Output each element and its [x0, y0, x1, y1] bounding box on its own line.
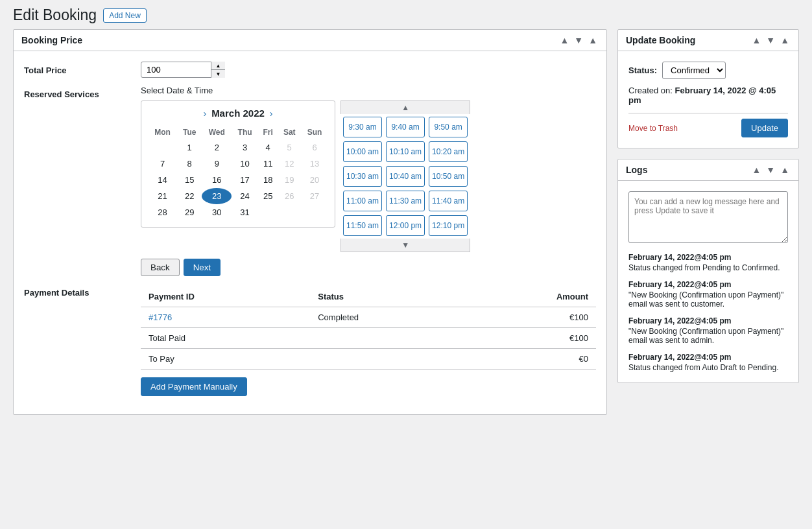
calendar-day[interactable]: 8 — [177, 156, 202, 172]
calendar-day[interactable]: 11 — [258, 156, 278, 172]
cal-day-header: Fri — [258, 125, 278, 139]
calendar-day[interactable]: 14 — [148, 172, 177, 188]
side-actions: Move to Trash Update — [628, 113, 788, 137]
log-entries: February 14, 2022@4:05 pm Status changed… — [628, 253, 788, 372]
time-slot[interactable]: 10:30 am — [343, 166, 382, 187]
calendar-day: 20 — [301, 172, 328, 188]
time-slot[interactable]: 9:30 am — [343, 117, 382, 137]
time-slot[interactable]: 10:10 am — [386, 141, 425, 162]
payment-id[interactable]: #1776 — [141, 307, 310, 328]
next-button[interactable]: Next — [184, 259, 221, 276]
logs-collapse-up[interactable]: ▲ — [750, 165, 762, 175]
time-slot[interactable]: 12:00 pm — [386, 215, 425, 236]
date-time-label: Select Date & Time — [141, 86, 596, 95]
update-collapse-up[interactable]: ▲ — [750, 35, 762, 45]
table-row: #1776 Completed €100 — [141, 307, 596, 328]
back-button[interactable]: Back — [141, 259, 180, 276]
log-entry: February 14, 2022@4:05 pm "New Booking (… — [628, 280, 788, 309]
calendar-day[interactable]: 18 — [258, 172, 278, 188]
time-slot[interactable]: 12:10 pm — [429, 215, 468, 236]
calendar-day[interactable]: 9 — [202, 156, 232, 172]
price-spinner-down[interactable]: ▼ — [211, 70, 225, 78]
log-timestamp: February 14, 2022@4:05 pm — [628, 253, 788, 262]
calendar-day — [301, 204, 328, 220]
calendar-day: 5 — [278, 139, 301, 156]
log-entry: February 14, 2022@4:05 pm Status changed… — [628, 353, 788, 372]
calendar-day[interactable]: 7 — [148, 156, 177, 172]
booking-price-header[interactable]: Booking Price ▲ ▼ ▲ — [14, 30, 606, 51]
payment-col-status: Status — [310, 287, 465, 307]
booking-price-metabox: Booking Price ▲ ▼ ▲ Total Price 100 ▲ — [13, 29, 607, 415]
cal-day-header: Mon — [148, 125, 177, 139]
toggle-icon[interactable]: ▲ — [587, 35, 599, 45]
calendar-day[interactable]: 28 — [148, 204, 177, 220]
log-message: Status changed from Pending to Confirmed… — [628, 263, 780, 272]
status-select[interactable]: Pending Confirmed Cancelled — [662, 62, 726, 79]
calendar-day[interactable]: 16 — [202, 172, 232, 188]
time-slots-container: ▲ 9:30 am9:40 am9:50 am10:00 am10:10 am1… — [340, 100, 470, 252]
payment-details-label: Payment Details — [24, 284, 141, 298]
total-paid-row: Total Paid €100 — [141, 328, 596, 349]
collapse-up-icon[interactable]: ▲ — [558, 35, 570, 45]
calendar-day[interactable]: 30 — [202, 204, 232, 220]
calendar-day[interactable]: 17 — [232, 172, 258, 188]
calendar-day[interactable]: 3 — [232, 139, 258, 156]
time-slot[interactable]: 10:20 am — [429, 141, 468, 162]
calendar-day: 6 — [301, 139, 328, 156]
timeslot-scroll-up[interactable]: ▲ — [340, 100, 470, 114]
calendar-day[interactable]: 23 — [202, 188, 232, 204]
time-slot[interactable]: 11:30 am — [386, 191, 425, 211]
payment-amount: €100 — [466, 307, 596, 328]
add-payment-button[interactable]: Add Payment Manually — [141, 377, 247, 396]
calendar-day[interactable]: 1 — [177, 139, 202, 156]
time-slot[interactable]: 10:40 am — [386, 166, 425, 187]
add-new-button[interactable]: Add New — [103, 8, 147, 23]
calendar-day: 27 — [301, 188, 328, 204]
time-slot[interactable]: 11:40 am — [429, 191, 468, 211]
time-slot[interactable]: 11:00 am — [343, 191, 382, 211]
calendar-grid: MonTueWedThuFriSatSun 123456789101112131… — [148, 125, 328, 220]
calendar-day[interactable]: 22 — [177, 188, 202, 204]
update-button[interactable]: Update — [741, 119, 788, 137]
update-booking-header[interactable]: Update Booking ▲ ▼ ▲ — [618, 30, 798, 51]
logs-header[interactable]: Logs ▲ ▼ ▲ — [618, 159, 798, 181]
calendar-day[interactable]: 25 — [258, 188, 278, 204]
calendar-prev-btn[interactable]: › — [203, 108, 206, 119]
time-slots-grid: 9:30 am9:40 am9:50 am10:00 am10:10 am10:… — [340, 114, 470, 239]
timeslot-scroll-down[interactable]: ▼ — [340, 239, 470, 252]
update-collapse-down[interactable]: ▼ — [765, 35, 776, 45]
calendar-day[interactable]: 21 — [148, 188, 177, 204]
move-to-trash-link[interactable]: Move to Trash — [628, 124, 678, 133]
collapse-down-icon[interactable]: ▼ — [573, 35, 584, 45]
logs-title: Logs — [626, 165, 750, 175]
time-slot[interactable]: 9:50 am — [429, 117, 468, 137]
calendar-day[interactable]: 2 — [202, 139, 232, 156]
calendar-day — [148, 139, 177, 156]
calendar-next-btn[interactable]: › — [270, 108, 273, 119]
time-slot[interactable]: 10:00 am — [343, 141, 382, 162]
logs-toggle[interactable]: ▲ — [779, 165, 791, 175]
log-timestamp: February 14, 2022@4:05 pm — [628, 353, 788, 362]
logs-collapse-down[interactable]: ▼ — [765, 165, 776, 175]
to-pay-row: To Pay €0 — [141, 349, 596, 370]
cal-day-header: Sat — [278, 125, 301, 139]
nav-buttons: Back Next — [141, 259, 596, 276]
calendar-day[interactable]: 24 — [232, 188, 258, 204]
calendar-day: 13 — [301, 156, 328, 172]
time-slot[interactable]: 10:50 am — [429, 166, 468, 187]
calendar-day[interactable]: 15 — [177, 172, 202, 188]
update-toggle[interactable]: ▲ — [779, 35, 791, 45]
time-slot[interactable]: 11:50 am — [343, 215, 382, 236]
log-entry: February 14, 2022@4:05 pm "New Booking (… — [628, 316, 788, 345]
calendar-day[interactable]: 10 — [232, 156, 258, 172]
calendar-day[interactable]: 29 — [177, 204, 202, 220]
time-slot[interactable]: 9:40 am — [386, 117, 425, 137]
log-textarea[interactable] — [628, 191, 788, 243]
log-message: "New Booking (Confirmation upon Payment)… — [628, 327, 783, 345]
calendar-day[interactable]: 4 — [258, 139, 278, 156]
calendar-day[interactable]: 31 — [232, 204, 258, 220]
booking-price-title: Booking Price — [21, 35, 558, 45]
calendar-day: 12 — [278, 156, 301, 172]
price-spinner-up[interactable]: ▲ — [211, 62, 225, 70]
reserved-services-label: Reserved Services — [24, 86, 141, 99]
